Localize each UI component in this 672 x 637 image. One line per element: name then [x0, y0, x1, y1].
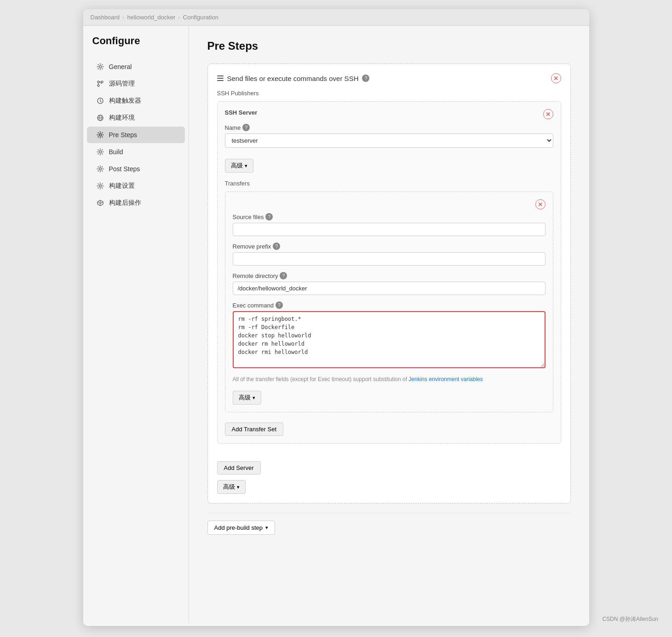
card-header-title: Send files or execute commands over SSH [227, 75, 359, 82]
remote-directory-help-icon[interactable]: ? [280, 272, 287, 279]
sidebar-label-source: 源码管理 [109, 80, 135, 88]
sidebar-item-postbuild[interactable]: 构建后操作 [87, 195, 185, 211]
sidebar-label-trigger: 构建触发器 [109, 97, 141, 105]
remote-directory-label: Remote directory ? [233, 272, 546, 279]
watermark: CSDN @孙涛AllenSun [602, 615, 658, 623]
card-header-help-icon[interactable]: ? [362, 75, 369, 82]
server-name-field-group: Name ? testserver [225, 124, 553, 148]
sidebar-item-general[interactable]: General [87, 58, 185, 75]
sidebar-label-build: Build [109, 148, 123, 156]
svg-point-8 [99, 151, 101, 153]
source-files-label: Source files ? [233, 213, 546, 220]
dropdown-arrow-icon: ▾ [265, 525, 268, 531]
globe-icon [96, 114, 104, 122]
ssh-server-title: SSH Server [225, 109, 258, 116]
breadcrumb-dashboard[interactable]: Dashboard [91, 14, 120, 21]
source-files-help-icon[interactable]: ? [265, 213, 273, 220]
ssh-publishers-label: SSH Publishers [217, 90, 561, 97]
server-name-label: Name ? [225, 124, 553, 131]
bottom-section: Add pre-build step ▾ [207, 513, 571, 535]
sidebar-label-poststeps: Post Steps [109, 165, 140, 173]
sidebar: Configure General [83, 26, 189, 624]
server-name-select[interactable]: testserver [225, 133, 553, 148]
add-prebuild-button[interactable]: Add pre-build step ▾ [207, 521, 276, 535]
transfer-set-card: ✕ Source files ? [225, 191, 553, 412]
breadcrumb-project[interactable]: helloworld_docker [127, 14, 175, 21]
env-var-note: All of the transfer fields (except for E… [233, 376, 546, 382]
remove-prefix-input[interactable] [233, 252, 546, 266]
ssh-server-card: SSH Server ✕ Name ? testserver 高级 [217, 101, 561, 444]
sidebar-item-settings[interactable]: 构建设置 [87, 178, 185, 194]
remove-prefix-field-group: Remove prefix ? [233, 243, 546, 266]
remove-prefix-help-icon[interactable]: ? [273, 243, 280, 250]
add-transfer-set-button[interactable]: Add Transfer Set [225, 423, 284, 436]
sidebar-item-poststeps[interactable]: Post Steps [87, 161, 185, 177]
sidebar-label-postbuild: 构建后操作 [109, 199, 141, 207]
branch-icon [96, 80, 104, 88]
sidebar-item-source[interactable]: 源码管理 [87, 75, 185, 92]
build-gear-icon [96, 148, 104, 156]
svg-point-9 [99, 168, 101, 170]
main-content: Pre Steps Send files or execute commands… [189, 26, 589, 624]
page-title: Pre Steps [207, 40, 571, 52]
source-files-input[interactable] [233, 223, 546, 236]
remote-directory-field-group: Remote directory ? [233, 272, 546, 295]
sidebar-label-env: 构建环境 [109, 114, 135, 122]
transfers-label: Transfers [225, 180, 553, 187]
sidebar-title: Configure [83, 35, 189, 58]
sidebar-label-presteps: Pre Steps [109, 131, 137, 139]
gear-icon [96, 63, 104, 71]
titlebar: Dashboard › helloworld_docker › Configur… [83, 9, 589, 26]
add-server-button[interactable]: Add Server [217, 461, 261, 475]
clock-icon [96, 97, 104, 105]
remote-directory-input[interactable] [233, 282, 546, 295]
outer-advanced-button[interactable]: 高级 [217, 480, 246, 494]
source-files-field-group: Source files ? [233, 213, 546, 236]
exec-command-field-group: Exec command ? rm -rf springboot.* rm -r… [233, 301, 546, 370]
card-header-left: Send files or execute commands over SSH … [217, 75, 370, 82]
add-server-section: Add Server 高级 [217, 450, 561, 494]
card-close-button[interactable]: ✕ [551, 73, 561, 83]
sidebar-label-general: General [109, 63, 132, 70]
remove-prefix-label: Remove prefix ? [233, 243, 546, 250]
sidebar-item-env[interactable]: 构建环境 [87, 110, 185, 126]
svg-point-10 [99, 185, 101, 187]
exec-command-help-icon[interactable]: ? [276, 301, 283, 309]
presteps-gear-icon [96, 131, 104, 139]
transfer-set-header: ✕ [233, 199, 546, 209]
transfer-set-close-button[interactable]: ✕ [535, 199, 546, 209]
sidebar-item-build[interactable]: Build [87, 144, 185, 160]
sidebar-item-trigger[interactable]: 构建触发器 [87, 93, 185, 109]
sidebar-item-presteps[interactable]: Pre Steps [87, 127, 185, 143]
ssh-outer-card: Send files or execute commands over SSH … [207, 64, 571, 504]
cube-icon [96, 199, 104, 207]
env-var-link[interactable]: Jenkins environment variables [408, 376, 482, 382]
svg-point-7 [99, 134, 101, 136]
poststeps-gear-icon [96, 165, 104, 173]
settings-gear-icon [96, 182, 104, 190]
main-window: Dashboard › helloworld_docker › Configur… [83, 9, 589, 626]
server-name-help-icon[interactable]: ? [242, 124, 250, 131]
svg-point-0 [99, 66, 101, 68]
ssh-server-close-button[interactable]: ✕ [543, 109, 553, 119]
card-header: Send files or execute commands over SSH … [217, 73, 561, 83]
breadcrumb-config[interactable]: Configuration [183, 14, 218, 21]
exec-command-label: Exec command ? [233, 301, 546, 309]
menu-lines-icon [217, 75, 224, 81]
sidebar-label-settings: 构建设置 [109, 182, 135, 190]
transfers-section: Transfers ✕ Source files ? [225, 180, 553, 436]
ssh-server-advanced-button[interactable]: 高级 [225, 159, 253, 173]
transfer-set-advanced-button[interactable]: 高级 [233, 391, 261, 405]
exec-command-textarea[interactable]: rm -rf springboot.* rm -rf Dockerfile do… [233, 311, 546, 368]
